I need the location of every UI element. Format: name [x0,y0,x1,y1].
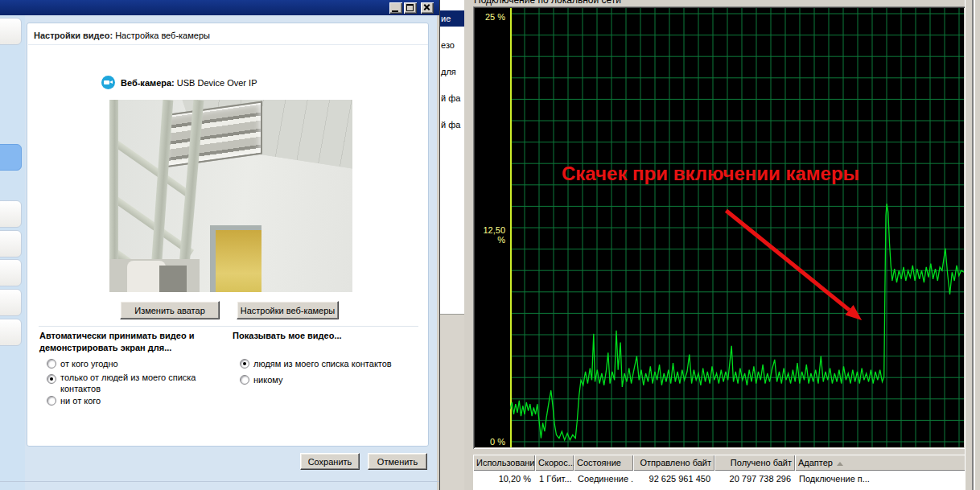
change-avatar-button[interactable]: Изменить аватар [120,301,220,319]
settings-sidebar [0,15,25,490]
radio-show-no-one[interactable] [240,375,249,385]
background-window-footer [439,314,464,490]
cell-speed: 1 Гбит... [535,471,574,486]
minimize-icon [392,10,398,12]
list-item[interactable]: для [439,64,466,80]
panel-title: Настройки видео: Настройка веб-камеры [34,31,210,40]
close-button[interactable] [421,2,434,14]
radio-no-one-accept[interactable] [47,396,56,406]
cell-state: Соединение ... [574,471,633,486]
maximize-icon [406,4,414,11]
sidebar-tab-4[interactable] [0,259,22,286]
col-header-adapter[interactable]: Адаптер [795,455,966,471]
maximize-button[interactable] [404,2,417,14]
webcam-icon [101,76,115,89]
show-video-heading: Показывать мое видео... [233,330,418,342]
task-manager-window: Подключение по локальной сети 25 % 12,50… [464,0,980,490]
cell-adapter: Подключение п... [795,471,966,486]
window-right-edge [965,0,980,490]
adapter-table: Использовани... Скорос... Состояние Отпр… [473,455,966,490]
spike-annotation-text: Скачек при включении камеры [562,163,859,185]
video-settings-panel: Настройки видео: Настройка веб-камеры Ве… [27,23,429,447]
doorway [210,225,261,292]
sidebar-tab-6[interactable] [0,319,22,346]
sidebar-tab-3[interactable] [0,230,22,257]
sidebar-tab-5[interactable] [0,289,22,316]
col-header-speed[interactable]: Скорос... [535,455,574,471]
list-item[interactable]: й фа [439,117,466,133]
col-header-utilization[interactable]: Использовани... [473,455,535,471]
radio-show-contacts[interactable] [240,359,249,369]
light-fixture [164,101,262,167]
screen: ие езо для й фа й фа Подключение по лока… [0,0,980,490]
sidebar-tab-1[interactable] [0,18,22,45]
save-button[interactable]: Сохранить [300,453,360,470]
col-header-bytes-sent[interactable]: Отправлено байт [633,455,714,471]
sidebar-tab-2[interactable] [0,200,22,228]
ytick-25: 25 % [475,12,505,22]
webcam-preview-image [109,100,352,292]
radio-only-contacts[interactable] [47,374,56,384]
webcam-device-label: Веб-камера: USB Device Over IP [121,78,257,88]
divider [0,481,439,482]
sort-ascending-icon [837,462,843,466]
graph-plot-area: 25 % 12,50 % 0 % Скачек при включении ка… [475,8,964,447]
title-bar[interactable] [0,0,439,15]
minimize-button[interactable] [389,2,402,14]
webcam-settings-button[interactable]: Настройки веб-камеры [237,301,339,319]
cell-utilization: 10,20 % [473,471,535,486]
cell-bytes-sent: 92 625 961 450 [633,471,714,486]
divider [28,44,428,45]
list-item[interactable]: езо [439,37,466,53]
shelf-objects [109,259,200,292]
list-item[interactable]: й фа [439,90,466,106]
adapter-graph-title: Подключение по локальной сети [474,0,715,6]
col-header-state[interactable]: Состояние [574,455,633,471]
col-header-bytes-received[interactable]: Получено байт [714,455,795,471]
cell-bytes-received: 20 797 738 296 [714,471,795,486]
ytick-0: 0 % [475,437,505,447]
background-window-strip: ие езо для й фа й фа [439,0,464,490]
network-utilization-graph: 25 % 12,50 % 0 % Скачек при включении ка… [473,6,966,449]
radio-from-anyone[interactable] [47,359,56,369]
list-item[interactable]: ие [439,10,466,27]
cancel-button[interactable]: Отменить [368,453,427,470]
ytick-12-5: 12,50 % [475,225,505,245]
skype-options-window: Настройки видео: Настройка веб-камеры Ве… [0,0,440,490]
utilization-line-chart [510,8,964,447]
divider [39,326,418,327]
auto-accept-heading: Автоматически принимать видео и демонстр… [39,330,218,354]
sidebar-tab-selected[interactable] [0,144,22,171]
